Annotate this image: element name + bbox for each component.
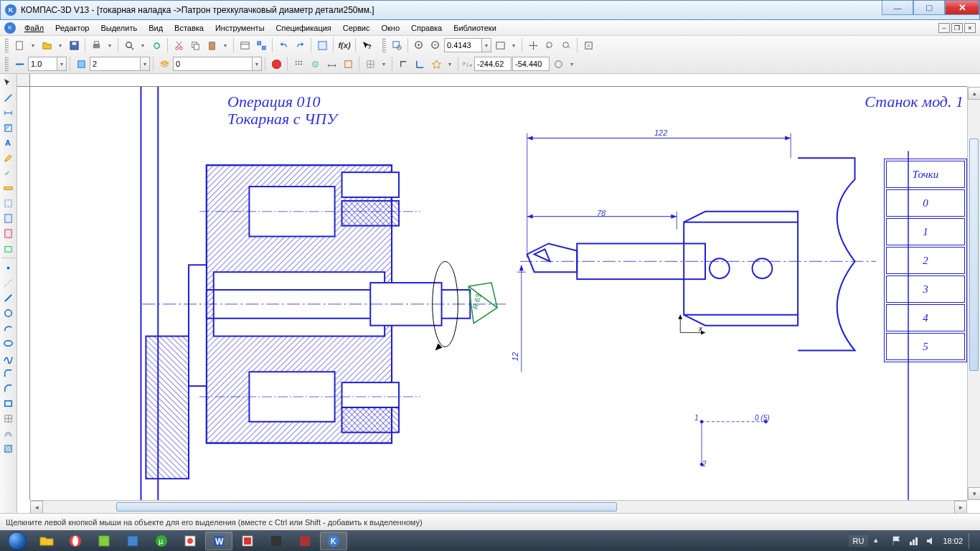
snap-toggle-button[interactable]: [428, 56, 444, 72]
properties-button[interactable]: [237, 37, 253, 53]
zoom-out-button[interactable]: [428, 37, 443, 53]
paste-dropdown[interactable]: ▾: [220, 42, 230, 49]
menu-insert[interactable]: Вставка: [169, 22, 209, 34]
menu-spec[interactable]: Спецификация: [270, 22, 337, 34]
minimize-button[interactable]: —: [882, 1, 913, 15]
view-combo[interactable]: ▾: [90, 57, 150, 71]
cut-button[interactable]: [171, 37, 187, 53]
report-tool-button[interactable]: [0, 226, 16, 240]
scroll-right-button[interactable]: ▸: [954, 501, 967, 513]
hatch-tool-button[interactable]: [0, 121, 16, 135]
layer-input[interactable]: [173, 57, 252, 71]
zoom-scale-input[interactable]: [444, 38, 481, 52]
start-button[interactable]: [3, 531, 32, 551]
task-app-4[interactable]: [263, 532, 290, 550]
scrollbar-vertical[interactable]: ▴ ▾: [967, 87, 980, 500]
gather-tool-button[interactable]: [0, 411, 16, 425]
paste-button[interactable]: [204, 37, 220, 53]
grid-toggle-button[interactable]: [362, 56, 378, 72]
toolbar-grip[interactable]: [5, 57, 9, 71]
refresh-button[interactable]: [149, 37, 164, 53]
insert-tool-button[interactable]: [0, 241, 16, 255]
layer-icon[interactable]: [156, 56, 172, 72]
snap-point-button[interactable]: [307, 56, 323, 72]
line-style-icon[interactable]: [11, 56, 27, 72]
measure-tool-button[interactable]: [0, 181, 16, 195]
parametric-tool-button[interactable]: ✓: [0, 166, 16, 180]
coord-x-input[interactable]: [474, 57, 512, 71]
rect-tool-button[interactable]: [0, 396, 16, 410]
ellipse-tool-button[interactable]: [0, 336, 16, 350]
menu-service[interactable]: Сервис: [337, 22, 376, 34]
line-width-combo[interactable]: ▾: [28, 57, 67, 71]
tree-button[interactable]: [253, 37, 269, 53]
scrollbar-horizontal[interactable]: ◂ ▸: [30, 500, 967, 513]
zoom-next-button[interactable]: [558, 37, 574, 53]
new-button[interactable]: [11, 37, 27, 53]
arc-tool-button[interactable]: [0, 321, 16, 335]
dimension-tool-button[interactable]: [0, 105, 16, 120]
ortho-button[interactable]: [395, 56, 411, 72]
menu-help[interactable]: Справка: [405, 22, 448, 34]
toolbar-grip[interactable]: [382, 38, 386, 52]
task-app-2[interactable]: [119, 532, 146, 550]
menu-editor[interactable]: Редактор: [50, 22, 95, 34]
zoom-scale-dropdown[interactable]: ▾: [481, 38, 491, 52]
circle-tool-button[interactable]: [0, 306, 16, 320]
zoom-scale-combo[interactable]: ▾: [444, 38, 491, 52]
coord-round-button[interactable]: [550, 56, 566, 72]
zoom-in-button[interactable]: [411, 37, 427, 53]
manager-button[interactable]: [314, 37, 330, 53]
tray-clock[interactable]: 18:02: [943, 537, 963, 545]
task-explorer[interactable]: [33, 532, 60, 550]
mdi-restore-button[interactable]: ❐: [951, 23, 963, 33]
tray-lang[interactable]: RU: [849, 535, 869, 547]
pan-button[interactable]: [525, 37, 541, 53]
variables-button[interactable]: f(x): [336, 37, 352, 53]
edit-tool-button[interactable]: [0, 151, 16, 165]
scroll-left-button[interactable]: ◂: [30, 501, 43, 513]
task-pdf[interactable]: [234, 532, 261, 550]
task-kompas[interactable]: K: [320, 532, 347, 550]
preview-button[interactable]: [121, 37, 137, 53]
layer-combo[interactable]: ▾: [173, 57, 262, 71]
show-desktop-button[interactable]: [969, 533, 974, 549]
parametric-button[interactable]: [340, 56, 356, 72]
open-button[interactable]: [39, 37, 55, 53]
tray-show-hidden-icon[interactable]: ▴: [874, 535, 885, 547]
select-tool-button[interactable]: [0, 196, 16, 210]
tray-volume-icon[interactable]: [925, 535, 937, 547]
menu-window[interactable]: Окно: [375, 22, 405, 34]
toolbar-grip[interactable]: [5, 38, 9, 52]
preview-dropdown[interactable]: ▾: [138, 42, 148, 49]
spec-tool-button[interactable]: [0, 211, 16, 225]
menu-view[interactable]: Вид: [143, 22, 169, 34]
zoom-window-button[interactable]: [389, 37, 405, 53]
task-opera[interactable]: [62, 532, 89, 550]
local-cs-button[interactable]: [412, 56, 428, 72]
copy-button[interactable]: [187, 37, 203, 53]
task-word[interactable]: W: [205, 532, 232, 550]
print-dropdown[interactable]: ▾: [105, 42, 115, 49]
aux-line-tool-button[interactable]: [0, 276, 16, 290]
view-input[interactable]: [90, 57, 140, 71]
hatch2-tool-button[interactable]: [0, 441, 16, 456]
help-context-button[interactable]: ?: [359, 37, 374, 53]
zoom-fit-dropdown[interactable]: ▾: [509, 42, 519, 49]
mdi-close-button[interactable]: ×: [964, 23, 976, 33]
segment-tool-button[interactable]: [0, 291, 16, 305]
undo-button[interactable]: [275, 37, 291, 53]
equidistant-tool-button[interactable]: [0, 426, 16, 441]
zoom-prev-button[interactable]: [542, 37, 557, 53]
menu-select[interactable]: Выделить: [95, 22, 143, 34]
menu-libraries[interactable]: Библиотеки: [448, 22, 502, 34]
task-app-5[interactable]: [291, 532, 319, 550]
view-state-icon[interactable]: [73, 56, 89, 72]
fillet-tool-button[interactable]: [0, 366, 16, 380]
tray-network-icon[interactable]: [908, 535, 920, 547]
dimensions-button[interactable]: [324, 56, 339, 72]
scroll-down-button[interactable]: ▾: [968, 487, 980, 500]
snap-grid-button[interactable]: [291, 56, 306, 72]
spline-tool-button[interactable]: [0, 351, 16, 365]
print-button[interactable]: [88, 37, 104, 53]
